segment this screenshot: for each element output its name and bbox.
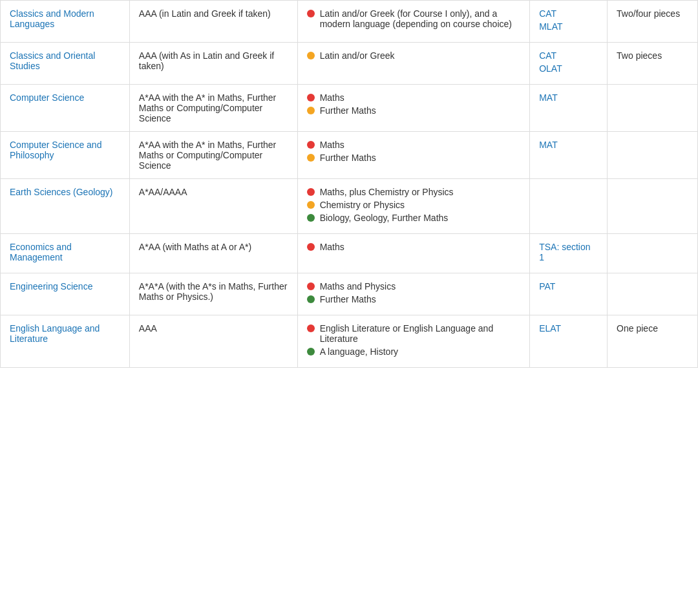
table-row: Computer Science and PhilosophyA*AA with… [1, 132, 698, 179]
table-row: Economics and ManagementA*AA (with Maths… [1, 234, 698, 273]
subject-item: Maths [307, 92, 521, 103]
subject-text: Maths [320, 242, 344, 252]
grades-cell: AAA [129, 315, 297, 368]
course-link[interactable]: Classics and Oriental Studies [10, 50, 95, 71]
subject-text: A language, History [320, 346, 398, 357]
orange-dot-icon [307, 154, 315, 162]
subjects-cell: MathsFurther Maths [297, 85, 530, 132]
test-cell: ELAT [530, 315, 608, 368]
test-link[interactable]: MLAT [539, 21, 598, 32]
subject-text: Chemistry or Physics [320, 200, 405, 210]
course-link[interactable]: English Language and Literature [10, 323, 100, 344]
subject-item: Latin and/or Greek [307, 50, 521, 61]
grades-cell: AAA (with As in Latin and Greek if taken… [129, 43, 297, 85]
subjects-cell: Maths, plus Chemistry or PhysicsChemistr… [297, 179, 530, 234]
subject-text: Maths [320, 92, 344, 103]
grades-cell: A*AA (with Maths at A or A*) [129, 234, 297, 273]
test-link[interactable]: MAT [539, 92, 598, 103]
written-cell: One piece [608, 315, 698, 368]
table-row: Computer ScienceA*AA with the A* in Math… [1, 85, 698, 132]
written-cell [608, 85, 698, 132]
table-row: Classics and Oriental StudiesAAA (with A… [1, 43, 698, 85]
orange-dot-icon [307, 107, 315, 114]
test-cell: MAT [530, 132, 608, 179]
requirements-table: Classics and Modern LanguagesAAA (in Lat… [0, 0, 698, 368]
subject-item: Maths [307, 242, 521, 252]
subject-item: Maths and Physics [307, 281, 521, 292]
course-link[interactable]: Classics and Modern Languages [10, 8, 94, 29]
written-cell [608, 179, 698, 234]
test-cell [530, 179, 608, 234]
course-link[interactable]: Earth Sciences (Geology) [10, 187, 113, 197]
course-link[interactable]: Engineering Science [10, 281, 92, 292]
table-row: Classics and Modern LanguagesAAA (in Lat… [1, 1, 698, 43]
subjects-cell: Latin and/or Greek (for Course I only), … [297, 1, 530, 43]
test-cell: MAT [530, 85, 608, 132]
red-dot-icon [307, 94, 315, 101]
subject-item: Maths [307, 140, 521, 150]
subject-text: Latin and/or Greek [320, 50, 395, 61]
subject-item: Latin and/or Greek (for Course I only), … [307, 8, 521, 29]
subjects-cell: Maths [297, 234, 530, 273]
test-link[interactable]: OLAT [539, 63, 598, 74]
test-link[interactable]: TSA: section 1 [539, 242, 598, 262]
grades-cell: A*A*A (with the A*s in Maths, Further Ma… [129, 273, 297, 315]
subject-item: Further Maths [307, 294, 521, 304]
subject-text: Latin and/or Greek (for Course I only), … [320, 8, 521, 29]
red-dot-icon [307, 141, 315, 149]
grades-cell: A*AA/AAAA [129, 179, 297, 234]
subjects-cell: MathsFurther Maths [297, 132, 530, 179]
test-link[interactable]: MAT [539, 140, 598, 150]
subject-text: Further Maths [320, 105, 376, 116]
test-cell: CATOLAT [530, 43, 608, 85]
grades-cell: AAA (in Latin and Greek if taken) [129, 1, 297, 43]
subjects-cell: English Literature or English Language a… [297, 315, 530, 368]
red-dot-icon [307, 282, 315, 290]
orange-dot-icon [307, 52, 315, 59]
red-dot-icon [307, 243, 315, 251]
green-dot-icon [307, 214, 315, 222]
course-link[interactable]: Economics and Management [10, 242, 72, 262]
green-dot-icon [307, 295, 315, 303]
subject-item: English Literature or English Language a… [307, 323, 521, 344]
subject-item: Chemistry or Physics [307, 200, 521, 210]
red-dot-icon [307, 324, 315, 332]
course-link[interactable]: Computer Science and Philosophy [10, 140, 101, 160]
subject-item: Biology, Geology, Further Maths [307, 213, 521, 223]
subject-item: Further Maths [307, 105, 521, 116]
subject-text: Further Maths [320, 294, 376, 304]
subjects-cell: Latin and/or Greek [297, 43, 530, 85]
red-dot-icon [307, 188, 315, 196]
subject-text: Further Maths [320, 153, 376, 163]
table-row: English Language and LiteratureAAAEnglis… [1, 315, 698, 368]
subject-item: A language, History [307, 346, 521, 357]
subject-text: English Literature or English Language a… [320, 323, 521, 344]
subject-text: Maths, plus Chemistry or Physics [320, 187, 454, 197]
red-dot-icon [307, 10, 315, 17]
written-cell: Two/four pieces [608, 1, 698, 43]
written-cell [608, 132, 698, 179]
test-link[interactable]: ELAT [539, 323, 598, 334]
subjects-cell: Maths and PhysicsFurther Maths [297, 273, 530, 315]
written-cell: Two pieces [608, 43, 698, 85]
table-row: Earth Sciences (Geology)A*AA/AAAAMaths, … [1, 179, 698, 234]
written-cell [608, 234, 698, 273]
orange-dot-icon [307, 201, 315, 209]
test-cell: PAT [530, 273, 608, 315]
test-cell: TSA: section 1 [530, 234, 608, 273]
subject-item: Maths, plus Chemistry or Physics [307, 187, 521, 197]
test-cell: CATMLAT [530, 1, 608, 43]
subject-item: Further Maths [307, 153, 521, 163]
written-cell [608, 273, 698, 315]
test-link[interactable]: CAT [539, 50, 598, 61]
grades-cell: A*AA with the A* in Maths, Further Maths… [129, 85, 297, 132]
test-link[interactable]: CAT [539, 8, 598, 19]
test-link[interactable]: PAT [539, 281, 598, 292]
subject-text: Biology, Geology, Further Maths [320, 213, 449, 223]
course-link[interactable]: Computer Science [10, 92, 84, 103]
subject-text: Maths [320, 140, 344, 150]
table-row: Engineering ScienceA*A*A (with the A*s i… [1, 273, 698, 315]
green-dot-icon [307, 348, 315, 356]
grades-cell: A*AA with the A* in Maths, Further Maths… [129, 132, 297, 179]
subject-text: Maths and Physics [320, 281, 396, 292]
